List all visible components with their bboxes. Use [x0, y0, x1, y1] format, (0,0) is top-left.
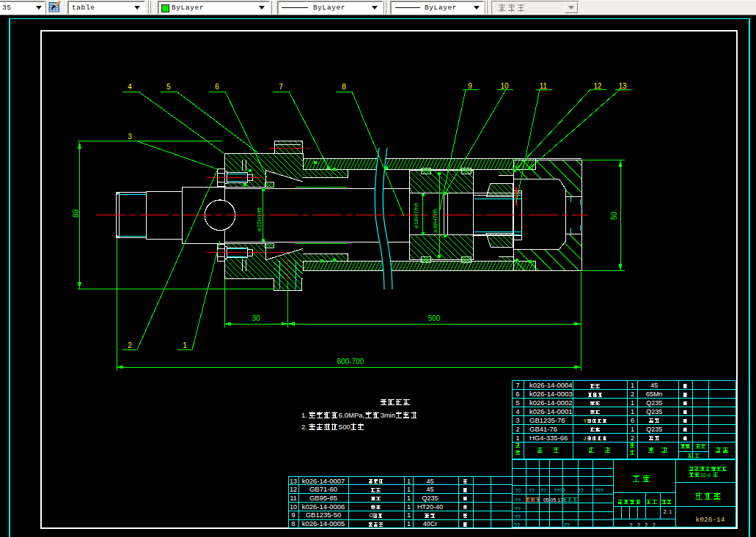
svg-text:6: 6 [215, 83, 219, 91]
svg-text:6.0MPa,: 6.0MPa, [339, 411, 364, 419]
svg-text:Q235: Q235 [646, 426, 662, 433]
svg-text:45: 45 [426, 486, 433, 493]
svg-text:HT20-40: HT20-40 [417, 503, 443, 511]
svg-text:????: ???? [554, 488, 565, 493]
svg-text:2. 1: 2. 1 [664, 509, 672, 514]
svg-text:k026-14-0003: k026-14-0003 [529, 390, 573, 398]
svg-text:ø18H7/h6: ø18H7/h6 [413, 202, 419, 229]
svg-text:??: ?? [578, 488, 584, 493]
svg-text:1: 1 [407, 486, 411, 493]
svg-text:GB95-85: GB95-85 [309, 494, 337, 502]
svg-text:11: 11 [290, 495, 296, 502]
svg-text:5: 5 [166, 83, 171, 91]
svg-text:1: 1 [515, 434, 519, 442]
svg-text:??: ?? [514, 522, 520, 527]
svg-text:2: 2 [631, 390, 634, 398]
svg-text:45: 45 [426, 478, 433, 485]
svg-text:600-700: 600-700 [337, 358, 364, 366]
svg-text:3: 3 [128, 133, 132, 141]
svg-text:? ? ? ?: ? ? ? ? [629, 522, 655, 528]
svg-text:1.: 1. [301, 411, 307, 419]
svg-text:30: 30 [252, 314, 260, 322]
svg-text:??: ?? [515, 497, 521, 503]
svg-text:??: ?? [540, 488, 546, 493]
svg-text:6: 6 [515, 390, 519, 398]
svg-text:GB71-60: GB71-60 [309, 485, 337, 493]
svg-text:GB1235-76: GB1235-76 [529, 416, 565, 424]
svg-text:???: ??? [595, 488, 603, 493]
svg-text:J: J [584, 435, 587, 442]
svg-text:12: 12 [290, 486, 297, 493]
svg-text:50: 50 [610, 211, 618, 220]
svg-text:1: 1 [631, 399, 634, 407]
svg-text:500: 500 [428, 314, 441, 322]
svg-text:??: ?? [515, 514, 521, 519]
svg-text:k026-14: k026-14 [696, 516, 725, 524]
svg-text:1: 1 [631, 382, 634, 389]
svg-text:2: 2 [631, 434, 634, 442]
svg-text:1: 1 [631, 408, 634, 415]
svg-text:GB1235-50: GB1235-50 [306, 511, 342, 519]
svg-text:??: ?? [529, 488, 535, 493]
svg-text:4: 4 [515, 408, 519, 415]
svg-text:??: ?? [515, 506, 521, 511]
svg-text:??: ?? [515, 488, 521, 493]
svg-text:45: 45 [650, 382, 658, 389]
svg-text:8: 8 [292, 520, 296, 527]
svg-text:k026-14-0001: k026-14-0001 [529, 407, 573, 415]
svg-text:1: 1 [407, 495, 411, 502]
svg-text:k026-14-0006: k026-14-0006 [302, 503, 345, 511]
svg-text:3min: 3min [381, 411, 396, 419]
svg-text:7: 7 [279, 83, 283, 91]
svg-text:GB41-76: GB41-76 [529, 425, 557, 433]
svg-text:8: 8 [342, 83, 346, 91]
svg-text:11: 11 [540, 82, 548, 90]
svg-text:HG4-335-66: HG4-335-66 [529, 434, 568, 442]
svg-text:10: 10 [500, 82, 509, 90]
svg-text:1: 1 [183, 341, 187, 349]
svg-text:1: 1 [407, 511, 411, 519]
svg-text:k026-14-0002: k026-14-0002 [529, 399, 573, 407]
svg-text:2.: 2. [301, 423, 307, 431]
svg-text:4: 4 [128, 83, 132, 91]
svg-text:ø22H7/f6: ø22H7/f6 [256, 207, 263, 232]
svg-text:??: ?? [564, 522, 570, 527]
svg-text:ø38H7/f6: ø38H7/f6 [432, 209, 438, 233]
svg-text:5: 5 [515, 399, 519, 407]
svg-text:9: 9 [292, 511, 296, 519]
svg-text:k026-14-0005: k026-14-0005 [302, 519, 345, 527]
svg-text:1: 1 [407, 503, 411, 511]
svg-text:02-6: 02-6 [701, 473, 711, 478]
svg-text:9: 9 [468, 82, 472, 90]
svg-text:1: 1 [407, 520, 411, 527]
svg-text:6: 6 [631, 417, 634, 424]
svg-text:1: 1 [407, 478, 411, 485]
svg-text:Q235: Q235 [646, 408, 662, 415]
svg-text:Q235: Q235 [646, 399, 662, 407]
svg-text:k026-14-0004: k026-14-0004 [529, 381, 573, 389]
svg-text:80: 80 [72, 209, 80, 218]
svg-text:2: 2 [128, 341, 132, 349]
svg-text:10: 10 [290, 503, 297, 511]
svg-text:Y: Y [584, 418, 587, 424]
svg-text:05.05.13: 05.05.13 [543, 497, 563, 503]
svg-text:O: O [370, 512, 374, 519]
svg-text:k026-14-0007: k026-14-0007 [302, 477, 345, 485]
svg-text:40Cr: 40Cr [423, 520, 438, 527]
svg-text:13: 13 [618, 82, 627, 90]
svg-text:7: 7 [515, 382, 519, 389]
svg-text:1: 1 [631, 426, 634, 433]
svg-text:13: 13 [290, 478, 297, 485]
svg-text:500: 500 [339, 423, 351, 431]
svg-text:2: 2 [515, 426, 519, 433]
svg-text:12: 12 [593, 82, 602, 90]
svg-text:3: 3 [515, 417, 519, 424]
svg-text:65Mn: 65Mn [646, 390, 663, 398]
svg-text:Q235: Q235 [422, 495, 438, 502]
